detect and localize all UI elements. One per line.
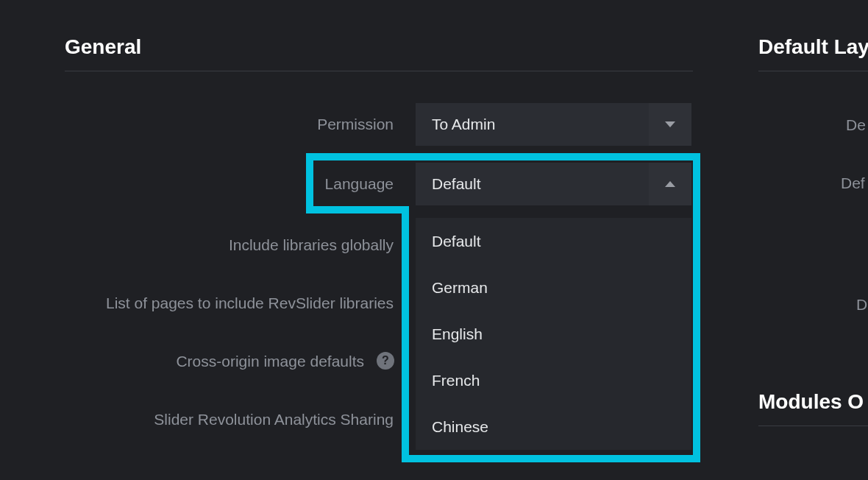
permission-select[interactable]: To Admin [416, 103, 691, 146]
right-def-label: Def [841, 174, 868, 192]
permission-label: Permission [221, 116, 394, 133]
language-option[interactable]: English [416, 311, 691, 357]
language-dropdown: Default German English French Chinese [416, 218, 691, 450]
general-underline [65, 71, 693, 71]
highlight-frame [306, 153, 313, 213]
highlight-frame [402, 455, 700, 462]
language-option[interactable]: Default [416, 218, 691, 264]
chevron-down-icon [665, 121, 675, 127]
modules-underline [758, 426, 868, 426]
language-select[interactable]: Default [416, 163, 691, 205]
general-title: General [65, 35, 141, 59]
right-de-label: De [846, 116, 868, 134]
help-icon[interactable]: ? [377, 352, 394, 370]
chevron-up-icon [665, 181, 675, 187]
language-select-arrow[interactable] [649, 163, 691, 205]
list-pages-label: List of pages to include RevSlider libra… [44, 294, 394, 312]
permission-select-value: To Admin [416, 116, 649, 133]
analytics-label: Slider Revolution Analytics Sharing [74, 411, 394, 428]
language-option[interactable]: German [416, 264, 691, 311]
language-option[interactable]: Chinese [416, 403, 691, 450]
cross-origin-label: Cross-origin image defaults [88, 353, 364, 370]
default-lay-underline [758, 71, 868, 71]
modules-title: Modules O [758, 390, 864, 414]
highlight-frame [402, 206, 409, 462]
language-select-value: Default [416, 175, 649, 193]
default-lay-title: Default Lay [758, 35, 868, 59]
include-libraries-label: Include libraries globally [88, 236, 394, 254]
right-d-label: D [856, 296, 868, 314]
permission-select-arrow[interactable] [649, 103, 691, 146]
highlight-frame [306, 206, 409, 213]
highlight-frame [306, 153, 700, 160]
highlight-frame [693, 153, 700, 462]
language-option[interactable]: French [416, 357, 691, 403]
